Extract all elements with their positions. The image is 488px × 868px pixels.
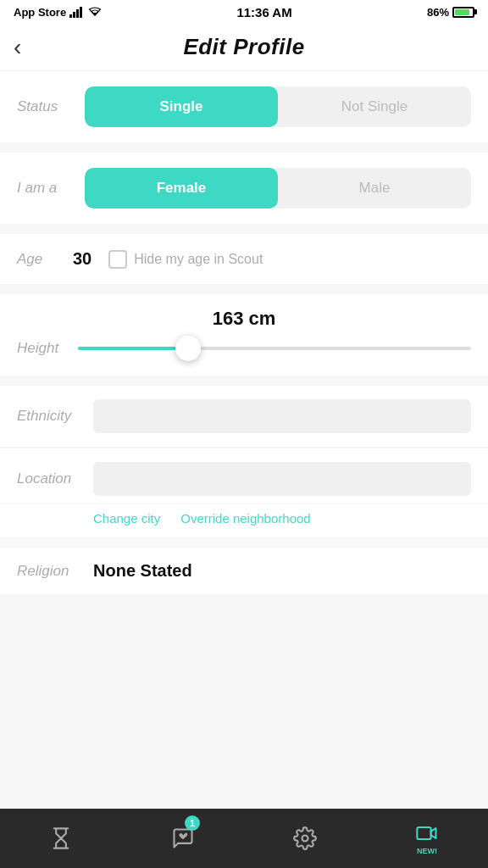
- religion-value: None Stated: [93, 561, 192, 581]
- tab-settings[interactable]: [244, 809, 366, 868]
- page-title: Edit Profile: [183, 34, 304, 60]
- override-neighborhood-link[interactable]: Override neighborhood: [180, 511, 310, 526]
- location-input[interactable]: [93, 462, 471, 496]
- svg-rect-3: [80, 7, 82, 18]
- status-single-button[interactable]: Single: [85, 86, 278, 127]
- svg-rect-0: [69, 14, 72, 18]
- video-icon: [415, 821, 439, 845]
- age-label: Age: [17, 251, 59, 268]
- height-value: 163 cm: [17, 308, 471, 330]
- battery-percent: 86%: [427, 6, 449, 19]
- gender-female-button[interactable]: Female: [85, 168, 278, 209]
- location-row: Location: [0, 448, 488, 503]
- status-toggle-group: Single Not Single: [85, 86, 471, 127]
- hide-age-container: Hide my age in Scout: [108, 250, 263, 269]
- svg-rect-5: [417, 827, 430, 839]
- age-value: 30: [73, 249, 92, 269]
- svg-point-4: [302, 836, 308, 842]
- change-city-link[interactable]: Change city: [93, 511, 160, 526]
- ethnicity-section: Ethnicity: [0, 386, 488, 447]
- religion-section: Religion None Stated: [0, 548, 488, 594]
- status-section: Status Single Not Single: [0, 71, 488, 142]
- ethnicity-input[interactable]: [93, 399, 471, 433]
- status-label: Status: [17, 98, 85, 115]
- height-slider-container: Height: [17, 340, 471, 357]
- back-button[interactable]: ‹: [14, 36, 21, 59]
- height-section: 163 cm Height: [0, 294, 488, 376]
- battery-area: 86%: [427, 6, 474, 19]
- messages-badge: 1: [185, 815, 200, 831]
- tab-hourglass[interactable]: [0, 809, 122, 868]
- hourglass-icon: [49, 826, 73, 850]
- gender-label: I am a: [17, 180, 85, 197]
- height-slider-fill: [78, 347, 188, 350]
- gender-section: I am a Female Male: [0, 153, 488, 224]
- main-content: Status Single Not Single I am a Female M…: [0, 71, 488, 868]
- location-label: Location: [17, 470, 93, 487]
- gear-icon: [293, 826, 317, 850]
- height-slider-track[interactable]: [78, 347, 471, 350]
- height-slider-thumb[interactable]: [175, 336, 201, 361]
- wifi-icon: [88, 7, 102, 17]
- location-links: Change city Override neighborhood: [17, 504, 471, 526]
- carrier-info: App Store: [14, 6, 102, 19]
- gender-toggle-group: Female Male: [85, 168, 471, 209]
- gender-male-button[interactable]: Male: [278, 168, 471, 209]
- age-section: Age 30 Hide my age in Scout: [0, 234, 488, 284]
- svg-rect-2: [76, 9, 79, 18]
- battery-icon: [452, 7, 474, 18]
- hide-age-checkbox[interactable]: [108, 250, 127, 269]
- signal-icon: [69, 7, 85, 18]
- tab-bar: 1 NEW!: [0, 809, 488, 868]
- ethnicity-label: Ethnicity: [17, 408, 93, 425]
- tab-messages[interactable]: 1: [122, 809, 244, 868]
- svg-rect-1: [73, 12, 75, 18]
- video-tab-label: NEW!: [417, 847, 437, 855]
- carrier-text: App Store: [14, 6, 66, 19]
- status-bar: App Store 11:36 AM 86%: [0, 0, 488, 24]
- status-time: 11:36 AM: [236, 5, 291, 19]
- status-not-single-button[interactable]: Not Single: [278, 86, 471, 127]
- hide-age-label: Hide my age in Scout: [134, 252, 263, 267]
- location-section: Change city Override neighborhood: [0, 504, 488, 537]
- religion-label: Religion: [17, 563, 93, 580]
- height-label: Height: [17, 340, 68, 357]
- tab-video[interactable]: NEW!: [366, 809, 488, 868]
- nav-header: ‹ Edit Profile: [0, 24, 488, 71]
